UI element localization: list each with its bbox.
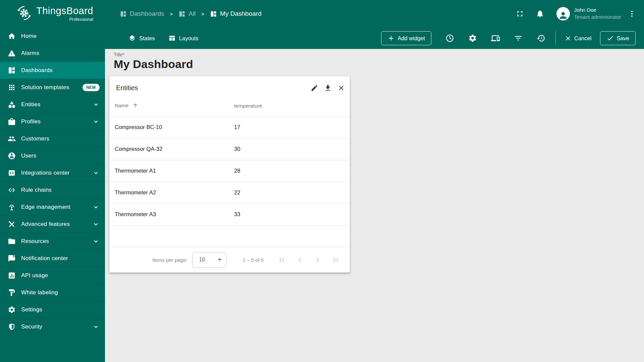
more-menu-button[interactable] [628, 10, 636, 18]
sidebar-item-resources[interactable]: Resources [0, 233, 105, 250]
sidebar-item-advanced-features[interactable]: Advanced features [0, 216, 105, 233]
save-label: Save [616, 35, 629, 42]
sidebar-item-label: Dashboards [21, 67, 100, 74]
sidebar-item-home[interactable]: Home [0, 27, 105, 45]
sidebar-item-dashboards[interactable]: Dashboards [0, 62, 105, 79]
cancel-label: Cancel [574, 35, 591, 42]
app-root: ThingsBoard Professional Home Alarms Das… [0, 0, 644, 362]
breadcrumb-separator: > [201, 11, 204, 17]
version-history-button[interactable] [537, 34, 545, 43]
user-role: Tenant administrator [574, 14, 621, 21]
save-button[interactable]: Save [600, 31, 636, 45]
breadcrumb-label: Dashboards [130, 10, 164, 17]
tools-icon [8, 220, 16, 228]
sidebar-item-alarms[interactable]: Alarms [0, 45, 105, 62]
first-page-button[interactable] [278, 255, 286, 264]
kebab-menu-icon [628, 10, 636, 18]
history-icon [537, 34, 545, 43]
sidebar-item-settings[interactable]: Settings [0, 301, 105, 318]
title-field-label: Title* [114, 52, 644, 57]
page-size-select[interactable]: 10 [192, 252, 226, 267]
sidebar-item-users[interactable]: Users [0, 147, 105, 164]
gear-icon [468, 34, 477, 43]
edit-widget-button[interactable] [311, 84, 318, 92]
chevron-down-icon [92, 323, 100, 330]
entity-aliases-button[interactable] [491, 34, 500, 43]
antenna-icon [8, 203, 16, 211]
page-size-value: 10 [199, 257, 218, 263]
sidebar-item-security[interactable]: Security [0, 318, 105, 335]
page-range-label: 1 – 5 of 5 [243, 257, 264, 263]
breadcrumb-my-dashboard[interactable]: My Dashboard [210, 10, 262, 17]
table-row[interactable]: Thermometer A3 33 [109, 203, 350, 225]
sidebar-item-label: Alarms [21, 50, 100, 57]
remove-widget-button[interactable] [337, 84, 345, 92]
entities-table: Name temperature Compressor BC-10 17 [109, 96, 350, 226]
caret-down-icon [218, 259, 222, 261]
sidebar-nav: Home Alarms Dashboards Solution template… [0, 27, 105, 362]
breadcrumb-all[interactable]: All [178, 10, 196, 17]
sidebar-item-integrations-center[interactable]: Integrations center [0, 164, 105, 181]
table-row[interactable]: Thermometer A2 22 [109, 182, 350, 203]
alarm-warning-icon [8, 49, 16, 57]
sidebar-item-label: Entities [21, 101, 87, 108]
breadcrumb-label: All [189, 10, 196, 17]
id-badge-icon [8, 118, 16, 126]
bell-icon [536, 9, 544, 18]
rule-chain-icon [8, 186, 16, 194]
sidebar-item-profiles[interactable]: Profiles [0, 113, 105, 130]
previous-page-button[interactable] [296, 255, 304, 264]
column-header-name[interactable]: Name [109, 96, 229, 116]
close-icon [565, 35, 572, 42]
sidebar-item-label: Resources [21, 238, 87, 245]
breadcrumb-dashboards[interactable]: Dashboards [120, 10, 164, 17]
sidebar-item-label: Customers [21, 135, 100, 142]
last-page-button[interactable] [331, 255, 340, 264]
column-header-temperature[interactable]: temperature [229, 96, 350, 116]
sidebar-item-solution-templates[interactable]: Solution templates NEW [0, 79, 105, 96]
dashboard-settings-button[interactable] [468, 34, 477, 43]
sidebar-item-rule-chains[interactable]: Rule chains [0, 181, 105, 198]
temperature-cell: 33 [229, 203, 350, 225]
user-menu[interactable]: John Doe Tenant administrator [574, 7, 621, 21]
sidebar-item-white-labeling[interactable]: White labeling [0, 284, 105, 301]
sidebar-item-label: White labeling [21, 289, 100, 296]
table-row[interactable]: Thermometer A1 28 [109, 160, 350, 182]
chevron-down-icon [92, 169, 100, 177]
fullscreen-icon [516, 9, 524, 18]
avatar[interactable] [556, 7, 570, 20]
widget-title: Entities [116, 84, 311, 92]
sidebar-item-api-usage[interactable]: API usage [0, 267, 105, 284]
notification-bubble-icon [8, 254, 16, 262]
filters-button[interactable] [514, 34, 523, 43]
sidebar-item-notification-center[interactable]: Notification center [0, 250, 105, 267]
breadcrumb-separator: > [170, 11, 173, 17]
dashboard-icon [178, 10, 185, 17]
sort-ascending-icon [132, 104, 138, 109]
page-title[interactable]: My Dashboard [114, 58, 644, 71]
table-row[interactable]: Compressor QA-32 30 [109, 138, 350, 160]
sidebar-item-label: Settings [21, 306, 100, 313]
check-icon [606, 35, 614, 42]
export-widget-button[interactable] [324, 84, 332, 92]
layouts-label: Layouts [179, 35, 199, 42]
table-paginator: Items per page: 10 1 – 5 of 5 [109, 247, 350, 273]
add-widget-button[interactable]: Add widget [381, 31, 431, 45]
sidebar-item-edge-management[interactable]: Edge management [0, 198, 105, 216]
notifications-button[interactable] [536, 9, 544, 18]
sidebar-item-customers[interactable]: Customers [0, 130, 105, 147]
filter-icon [514, 34, 523, 43]
first-page-icon [278, 255, 286, 264]
states-button[interactable]: States [128, 35, 155, 42]
cancel-button[interactable]: Cancel [565, 35, 591, 42]
brand-logo[interactable]: ThingsBoard Professional [0, 0, 105, 27]
column-label: temperature [234, 103, 262, 109]
devices-icon [491, 34, 500, 43]
entity-name-cell: Compressor QA-32 [109, 138, 229, 160]
next-page-button[interactable] [313, 255, 322, 264]
sidebar-item-entities[interactable]: Entities [0, 96, 105, 113]
fullscreen-button[interactable] [516, 9, 524, 18]
layouts-button[interactable]: Layouts [168, 35, 199, 42]
table-row[interactable]: Compressor BC-10 17 [109, 116, 350, 138]
time-window-button[interactable] [445, 34, 454, 43]
